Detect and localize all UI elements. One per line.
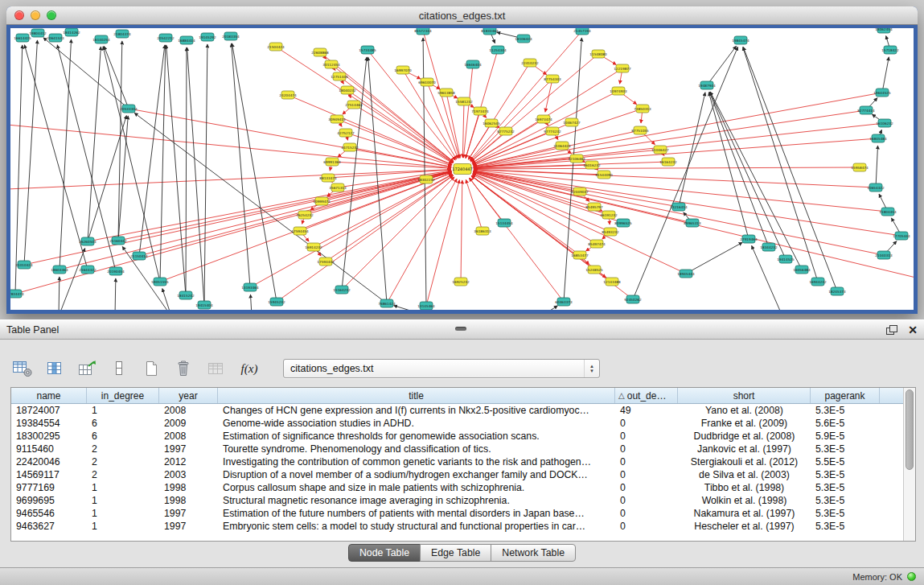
graph-node[interactable]: 10654322 <box>867 183 885 192</box>
graph-node[interactable]: 19414525 <box>777 255 795 263</box>
graph-edge[interactable] <box>162 289 171 310</box>
graph-node[interactable]: 24204474 <box>279 91 297 99</box>
graph-node[interactable]: 19804412 <box>29 29 47 37</box>
graph-edge[interactable] <box>426 180 459 306</box>
graph-node[interactable]: 16884414 <box>178 36 195 44</box>
graph-node[interactable]: 11804454 <box>879 208 897 216</box>
graph-node[interactable]: 16944232 <box>809 278 827 286</box>
graph-node[interactable]: 91544090 <box>595 171 613 179</box>
graph-node[interactable]: 32106464 <box>568 154 585 163</box>
table-row[interactable]: 911546021997Tourette syndrome. Phenomeno… <box>11 443 903 455</box>
graph-node[interactable]: 18344232 <box>760 243 778 251</box>
graph-edge[interactable] <box>24 40 37 265</box>
graph-node[interactable]: 19145292 <box>199 33 216 41</box>
graph-node[interactable]: 19415404 <box>195 301 213 309</box>
graph-node[interactable]: 20542212 <box>157 34 175 42</box>
graph-node[interactable]: 69610070 <box>418 78 436 86</box>
graph-edge[interactable] <box>470 31 582 160</box>
table-row[interactable]: 2242004622012Investigating the contribut… <box>11 455 903 468</box>
graph-node[interactable]: 31010424 <box>15 261 33 269</box>
column-header-in-degree[interactable]: in_degree <box>87 388 159 403</box>
graph-node[interactable]: 16164232 <box>659 158 677 166</box>
graph-node[interactable]: 21040313 <box>875 251 893 259</box>
graph-edge[interactable] <box>250 175 453 287</box>
graph-node[interactable]: 92450262 <box>624 295 642 303</box>
graph-node[interactable]: 16140254 <box>92 35 110 43</box>
graph-edge[interactable] <box>472 119 544 163</box>
column-header-out-de-[interactable]: △out_de… <box>615 388 678 403</box>
graph-edge[interactable] <box>876 146 878 187</box>
graph-edge[interactable] <box>472 175 597 244</box>
graph-node[interactable]: 16973474 <box>535 115 552 123</box>
graph-edge[interactable] <box>709 92 769 247</box>
graph-node[interactable]: 27514464 <box>345 101 363 109</box>
graph-edge[interactable] <box>633 47 738 299</box>
graph-node[interactable]: 15134454 <box>495 219 513 227</box>
column-header-title[interactable]: title <box>218 388 615 403</box>
graph-node[interactable]: 88133474 <box>319 174 337 182</box>
panel-splitter-grip[interactable] <box>455 327 466 331</box>
graph-edge[interactable] <box>277 175 454 302</box>
graph-node[interactable]: 18245373 <box>828 287 846 295</box>
graph-edge[interactable] <box>474 171 884 255</box>
graph-node[interactable]: 31064424 <box>553 142 571 150</box>
graph-node[interactable]: 18414262 <box>63 28 80 36</box>
table-row[interactable]: 1456911722003Disruption of a novel membe… <box>11 468 903 481</box>
graph-node[interactable]: 76861424 <box>378 299 396 307</box>
select-columns-icon[interactable] <box>43 359 66 378</box>
graph-node[interactable]: 12143488 <box>603 278 621 286</box>
graph-node[interactable]: 10467427 <box>563 118 581 126</box>
graph-node[interactable]: 21804374 <box>113 30 131 38</box>
graph-edge[interactable] <box>474 170 876 187</box>
graph-edge[interactable] <box>466 179 483 231</box>
window-titlebar[interactable]: citations_edges.txt <box>6 6 918 25</box>
import-table-icon[interactable] <box>204 359 227 378</box>
graph-edge[interactable] <box>59 248 85 310</box>
graph-edge[interactable] <box>204 44 207 305</box>
graph-edge[interactable] <box>232 43 277 302</box>
graph-node[interactable]: 59613858 <box>437 89 455 97</box>
graph-node[interactable]: 15581232 <box>455 97 473 105</box>
graph-edge[interactable] <box>707 46 737 85</box>
graph-node[interactable]: 15164232 <box>333 286 351 294</box>
graph-node[interactable]: 12219877 <box>614 64 631 72</box>
graph-node[interactable]: 16845484 <box>869 134 887 142</box>
graph-node[interactable]: 20190454 <box>107 267 125 275</box>
table-row[interactable]: 946362711997Embryonic stem cells: a mode… <box>11 520 903 533</box>
graph-node[interactable]: 20183354 <box>222 32 240 40</box>
graph-edge[interactable] <box>347 90 453 163</box>
graph-node[interactable]: 13193464 <box>241 283 259 291</box>
graph-edge[interactable] <box>686 242 742 274</box>
graph-edge[interactable] <box>24 45 88 270</box>
graph-edge[interactable] <box>166 45 186 295</box>
minimize-window-icon[interactable] <box>31 10 40 20</box>
graph-node[interactable]: 71973474 <box>471 107 489 115</box>
graph-node[interactable]: 30112454 <box>322 60 340 68</box>
graph-edge[interactable] <box>342 177 454 290</box>
graph-node[interactable]: 18040232 <box>339 86 356 94</box>
graph-node[interactable]: 35671313 <box>329 183 347 192</box>
graph-node[interactable]: 16914232 <box>305 243 322 251</box>
graph-node[interactable]: 16997070 <box>394 66 412 74</box>
graph-node[interactable]: 26260504 <box>79 237 97 245</box>
graph-node[interactable]: 36191232 <box>600 211 618 219</box>
graph-node[interactable]: 21504424 <box>267 43 285 51</box>
graph-edge[interactable] <box>368 57 387 303</box>
graph-node[interactable]: 18106424 <box>515 35 532 43</box>
graph-edge[interactable] <box>232 43 250 287</box>
graph-node[interactable]: 60463373 <box>555 298 573 306</box>
graph-node[interactable]: 22608868 <box>311 48 329 56</box>
graph-edge[interactable] <box>743 47 837 291</box>
graph-node[interactable]: 18604464 <box>51 266 68 274</box>
graph-edge[interactable] <box>250 295 252 310</box>
graph-node[interactable]: 30949414 <box>328 115 346 123</box>
graph-node[interactable]: 44715232 <box>341 143 359 151</box>
graph-node[interactable]: 85493232 <box>602 228 619 236</box>
rows-icon[interactable] <box>108 359 130 378</box>
graph-edge[interactable] <box>15 45 23 294</box>
graph-node[interactable]: 89965313 <box>684 219 701 227</box>
graph-node[interactable]: 59051555 <box>151 278 169 286</box>
graph-node[interactable]: 36186313 <box>474 227 491 235</box>
graph-edge[interactable] <box>462 101 464 158</box>
graph-node[interactable]: 11548080 <box>589 50 607 58</box>
